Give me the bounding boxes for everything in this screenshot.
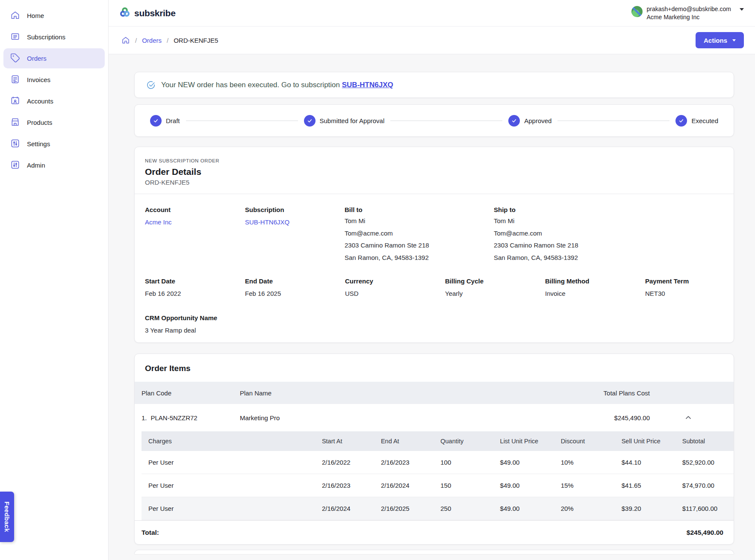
charge-start-at: 2/16/2024 xyxy=(322,505,381,512)
field-label: Start Date xyxy=(145,277,245,285)
divider xyxy=(135,194,734,194)
charge-quantity: 100 xyxy=(440,459,500,466)
column-end-at: End At xyxy=(381,438,440,445)
field-label: Account xyxy=(145,206,245,213)
sidebar-item-settings[interactable]: Settings xyxy=(3,134,105,154)
field-value: Feb 16 2022 xyxy=(145,290,245,297)
sidebar: Home Subscriptions Orders Invoices Accou… xyxy=(0,0,109,560)
sidebar-item-products[interactable]: Products xyxy=(3,112,105,133)
sidebar-item-invoices[interactable]: Invoices xyxy=(3,70,105,90)
sidebar-item-label: Settings xyxy=(27,140,50,147)
field-label: End Date xyxy=(245,277,345,285)
breadcrumb-current: ORD-KENFJE5 xyxy=(174,37,218,44)
storefront-icon xyxy=(10,117,20,128)
order-type-eyebrow: NEW SUBSCRIPTION ORDER xyxy=(145,158,723,163)
total-label: Total: xyxy=(142,529,159,536)
step-executed: Executed xyxy=(675,115,718,127)
step-connector xyxy=(390,121,502,121)
charge-end-at: 2/16/2024 xyxy=(381,482,440,489)
subscription-link[interactable]: SUB-HTN6JXQ xyxy=(245,218,345,226)
avatar xyxy=(631,6,643,17)
column-subtotal: Subtotal xyxy=(682,438,727,445)
breadcrumb-bar: / Orders / ORD-KENFJE5 Actions xyxy=(109,27,755,54)
field-label: Bill to xyxy=(345,206,494,213)
charge-subtotal: $52,920.00 xyxy=(682,459,727,466)
feedback-button[interactable]: Feedback xyxy=(0,492,14,542)
field-label: Billing Cycle xyxy=(445,277,545,285)
charge-sell-unit-price: $44.10 xyxy=(622,459,682,466)
sidebar-item-home[interactable]: Home xyxy=(3,6,105,26)
step-connector xyxy=(186,121,298,121)
collapse-plan-button[interactable] xyxy=(650,413,727,422)
user-company: Acme Marketing Inc xyxy=(647,13,731,21)
field-label: Payment Term xyxy=(645,277,723,285)
field-bill-to: Bill to Tom Mi Tom@acme.com 2303 Camino … xyxy=(345,206,494,262)
order-status-stepper: Draft Submitted for Approval Approved Ex… xyxy=(134,104,734,137)
sidebar-item-label: Admin xyxy=(27,162,45,169)
plan-name: Marketing Pro xyxy=(240,414,552,421)
chevron-down-icon xyxy=(732,39,736,41)
charge-subtotal: $117,600.00 xyxy=(682,505,727,512)
page-title: Order Details xyxy=(145,167,723,177)
sidebar-item-label: Subscriptions xyxy=(27,33,65,41)
column-quantity: Quantity xyxy=(440,438,500,445)
sidebar-item-label: Accounts xyxy=(27,97,53,105)
bill-to-line: 2303 Camino Ramon Ste 218 xyxy=(345,241,494,250)
step-label: Submitted for Approval xyxy=(320,117,385,124)
breadcrumb: / Orders / ORD-KENFJE5 xyxy=(121,36,218,44)
account-link[interactable]: Acme Inc xyxy=(145,218,245,226)
charge-name: Per User xyxy=(148,459,322,466)
brand-wordmark: subskribe xyxy=(134,8,176,18)
step-submitted: Submitted for Approval xyxy=(304,115,385,127)
field-account: Account Acme Inc xyxy=(145,206,245,262)
field-billing-method: Billing Method Invoice xyxy=(545,277,645,297)
charge-end-at: 2/16/2023 xyxy=(381,459,440,466)
app-window: Home Subscriptions Orders Invoices Accou… xyxy=(0,0,755,560)
bill-to-line: Tom@acme.com xyxy=(345,229,494,238)
accounts-icon xyxy=(10,96,20,107)
subscription-link[interactable]: SUB-HTN6JXQ xyxy=(342,81,393,89)
field-value: Invoice xyxy=(545,290,645,297)
charge-discount: 10% xyxy=(561,459,622,466)
plan-index: 1. xyxy=(142,414,147,421)
column-charges: Charges xyxy=(148,438,322,445)
actions-button[interactable]: Actions xyxy=(696,32,744,48)
step-check-icon xyxy=(304,115,316,127)
sidebar-item-orders[interactable]: Orders xyxy=(3,48,105,68)
column-plan-code: Plan Code xyxy=(142,389,240,397)
plan-total-cost: $245,490.00 xyxy=(552,414,650,421)
charge-row: Per User 2/16/2023 2/16/2024 150 $49.00 … xyxy=(142,474,734,497)
user-menu[interactable]: prakash+demo@subskribe.com Acme Marketin… xyxy=(631,5,744,21)
main-area: subskribe prakash+demo@subskribe.com Acm… xyxy=(109,0,755,560)
chevron-down-icon xyxy=(740,8,744,11)
sidebar-item-accounts[interactable]: Accounts xyxy=(3,91,105,111)
field-value: 3 Year Ramp deal xyxy=(145,327,723,334)
breadcrumb-orders-link[interactable]: Orders xyxy=(142,37,162,44)
step-label: Draft xyxy=(166,117,180,124)
step-check-icon xyxy=(508,115,520,127)
column-list-unit-price: List Unit Price xyxy=(500,438,561,445)
field-label: Ship to xyxy=(494,206,723,213)
breadcrumb-home-icon[interactable] xyxy=(121,36,130,44)
charges-table-header: Charges Start At End At Quantity List Un… xyxy=(142,431,734,451)
sidebar-item-subscriptions[interactable]: Subscriptions xyxy=(3,27,105,47)
ship-to-line: Tom@acme.com xyxy=(494,229,723,238)
sidebar-item-admin[interactable]: Admin xyxy=(3,155,105,175)
field-payment-term: Payment Term NET30 xyxy=(645,277,723,297)
charges-table: Charges Start At End At Quantity List Un… xyxy=(142,431,734,520)
charge-end-at: 2/16/2025 xyxy=(381,505,440,512)
charge-row: Per User 2/16/2022 2/16/2023 100 $49.00 … xyxy=(142,451,734,474)
charge-name: Per User xyxy=(148,505,322,512)
user-email: prakash+demo@subskribe.com xyxy=(647,5,731,13)
sidebar-item-label: Orders xyxy=(27,55,47,62)
bill-to-line: San Ramon, CA, 94583-1392 xyxy=(345,253,494,262)
field-billing-cycle: Billing Cycle Yearly xyxy=(445,277,545,297)
charge-subtotal: $74,970.00 xyxy=(682,482,727,489)
column-total-plans-cost: Total Plans Cost xyxy=(552,389,650,397)
charge-sell-unit-price: $39.20 xyxy=(622,505,682,512)
breadcrumb-separator: / xyxy=(167,37,168,44)
column-discount: Discount xyxy=(561,438,622,445)
next-card-partial xyxy=(134,550,734,554)
field-currency: Currency USD xyxy=(345,277,445,297)
home-icon xyxy=(10,10,20,21)
